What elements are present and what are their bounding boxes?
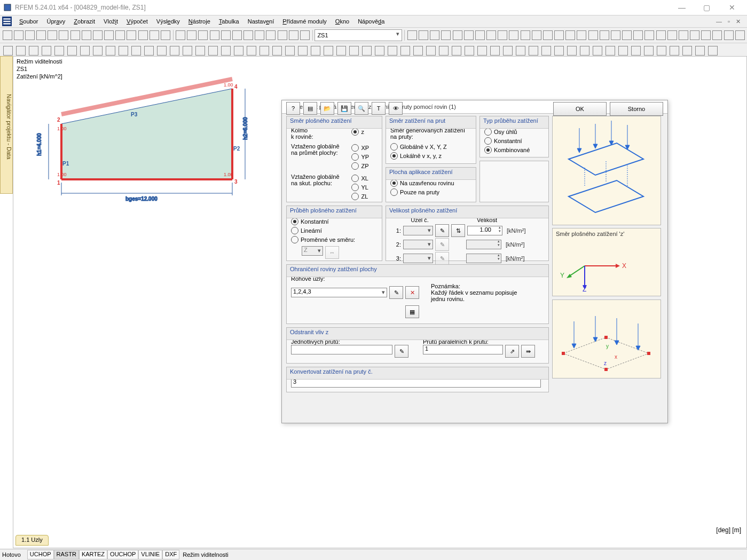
toolbar2-btn-4[interactable] [53,45,65,57]
toolbar2-btn-47[interactable] [604,45,616,57]
toolbar1-btn-8[interactable] [92,29,103,41]
toolbar1-btn-c20[interactable] [633,29,643,41]
menu-vysledky[interactable]: Výsledky [152,17,184,26]
toolbar2-btn-28[interactable] [361,45,373,57]
menu-soubor[interactable]: Soubor [15,17,42,26]
toolbar2-btn-42[interactable] [540,45,552,57]
toolbar1-btn-c21[interactable] [644,29,655,41]
toolbar2-btn-12[interactable] [156,45,168,57]
toolbar1-btn-b4[interactable] [221,29,231,41]
toolbar2-btn-27[interactable] [348,45,360,57]
toolbar1-btn-0[interactable] [2,29,12,41]
toolbar2-btn-7[interactable] [92,45,104,57]
loadcase-combo[interactable]: ZS1 [314,29,402,41]
status-uchop[interactable]: UCHOP [27,550,54,559]
toolbar1-btn-c6[interactable] [475,29,485,41]
pick-corner-button[interactable]: ✎ [389,286,403,299]
toolbar1-btn-b10[interactable] [288,29,298,41]
mdi-restore-button[interactable]: ▫ [726,18,732,25]
toolbar1-btn-c12[interactable] [542,29,553,41]
toolbar2-btn-40[interactable] [515,45,526,57]
save-button[interactable]: 💾 [337,102,351,115]
toolbar1-btn-4[interactable] [48,29,58,41]
navigator-tab[interactable]: Navigátor projektu - Data [0,56,13,194]
toolbar2-btn-5[interactable] [66,45,78,57]
toolbar1-btn-b5[interactable] [232,29,242,41]
toolbar2-btn-10[interactable] [130,45,142,57]
toolbar1-btn-b11[interactable] [300,29,310,41]
delete-corner-button[interactable]: ✕ [405,286,419,299]
toolbar1-btn-c26[interactable] [701,29,711,41]
radio-global[interactable]: Globálně v X, Y, Z [390,142,471,151]
toolbar1-btn-10[interactable] [115,29,125,41]
toolbar2-btn-23[interactable] [297,45,309,57]
mag1-input[interactable]: 1.00 [467,226,502,235]
toolbar2-btn-26[interactable] [335,45,347,57]
radio-yp[interactable]: YP [351,152,378,161]
toolbar1-btn-c17[interactable] [599,29,609,41]
toolbar1-btn-b2[interactable] [198,29,208,41]
toolbar2-btn-3[interactable] [41,45,52,57]
parallel-input[interactable]: 1 [423,345,503,354]
radio-variable[interactable]: Proměnné ve směru: [291,235,378,244]
toolbar2-btn-16[interactable] [207,45,219,57]
toolbar2-btn-29[interactable] [374,45,386,57]
status-vlinie[interactable]: VLINIE [138,550,162,559]
pick-node-all-button[interactable]: ⇅ [451,224,465,237]
toolbar1-btn-c9[interactable] [509,29,519,41]
window-maximize-button[interactable]: ▢ [695,3,719,12]
toolbar1-btn-5[interactable] [59,29,69,41]
toolbar2-btn-2[interactable] [28,45,40,57]
toolbar1-btn-13[interactable] [149,29,159,41]
toolbar2-btn-15[interactable] [194,45,206,57]
toolbar1-btn-c0[interactable] [407,29,417,41]
radio-members-only[interactable]: Pouze na pruty [390,187,471,196]
toolbar2-btn-14[interactable] [182,45,193,57]
toolbar2-btn-8[interactable] [105,45,116,57]
bottom-tab[interactable]: 1.1 Uzly [15,535,49,546]
menu-upravy[interactable]: Úpravy [42,17,69,26]
radio-yl[interactable]: YL [351,183,378,192]
indiv-members-input[interactable] [291,345,392,354]
parallel-extra-button[interactable]: ⇛ [521,345,535,358]
toolbar1-btn-b6[interactable] [243,29,253,41]
toolbar1-btn-11[interactable] [127,29,137,41]
toolbar2-btn-25[interactable] [323,45,334,57]
toolbar2-btn-36[interactable] [463,45,475,57]
pick-parallel-button[interactable]: ⇗ [505,345,519,358]
toolbar2-btn-45[interactable] [579,45,591,57]
toolbar2-btn-43[interactable] [553,45,565,57]
status-ouchop[interactable]: OUCHOP [107,550,138,559]
toolbar1-btn-c1[interactable] [418,29,428,41]
toolbar2-btn-50[interactable] [643,45,655,57]
toolbar1-btn-c23[interactable] [667,29,677,41]
pick-node1-button[interactable]: ✎ [435,224,449,237]
toolbar2-btn-19[interactable] [246,45,257,57]
radio-zp[interactable]: ZP [351,161,378,170]
toolbar1-btn-b9[interactable] [277,29,287,41]
menu-napoveda[interactable]: Nápověda [353,17,389,26]
radio-xp[interactable]: XP [351,143,378,152]
status-dxf[interactable]: DXF [162,550,179,559]
toolbar1-btn-c19[interactable] [622,29,632,41]
toolbar1-btn-c2[interactable] [430,29,440,41]
toolbar1-btn-b8[interactable] [266,29,276,41]
toolbar2-btn-33[interactable] [425,45,437,57]
menu-nastroje[interactable]: Nástroje [184,17,215,26]
toolbar2-btn-46[interactable] [592,45,603,57]
toolbar2-btn-30[interactable] [387,45,398,57]
toolbar2-btn-11[interactable] [143,45,155,57]
mdi-minimize-button[interactable]: — [714,18,724,25]
toolbar2-btn-39[interactable] [502,45,514,57]
menu-vypocet[interactable]: Výpočet [122,17,152,26]
zoom-button[interactable]: 🔍 [355,102,368,115]
toolbar1-btn-3[interactable] [36,29,46,41]
toolbar1-btn-c3[interactable] [441,29,451,41]
toolbar2-btn-20[interactable] [258,45,270,57]
corner-nodes-combo[interactable]: 1,2,4,3 [291,288,387,297]
toolbar2-btn-0[interactable] [2,45,14,57]
radio-combined[interactable]: Kombinované [484,145,544,154]
open-button[interactable]: 📂 [320,102,334,115]
eye-button[interactable]: 👁 [389,102,403,115]
toolbar1-btn-c27[interactable] [712,29,722,41]
